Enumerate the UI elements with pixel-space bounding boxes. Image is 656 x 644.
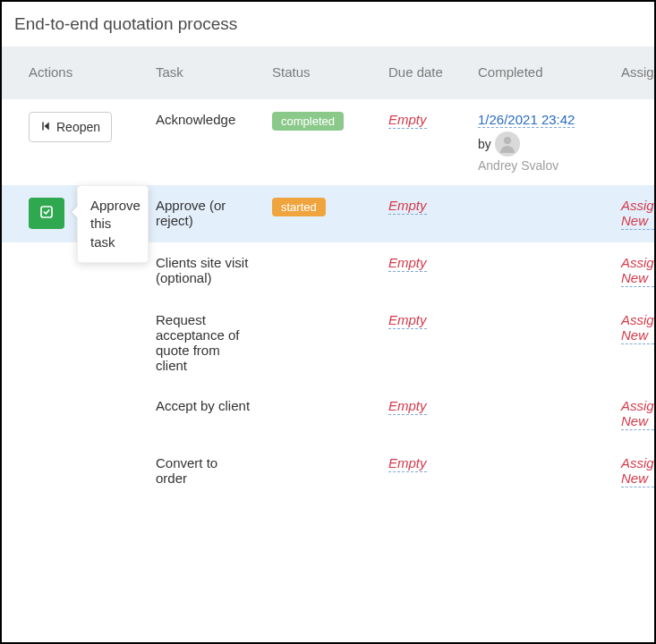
task-name: Clients site visit (optional) — [145, 242, 261, 300]
table-row: Convert to order Empty Assign New — [2, 443, 654, 500]
task-name: Accept by client — [145, 386, 261, 443]
status-badge: started — [272, 198, 326, 216]
due-date-empty[interactable]: Empty — [388, 398, 427, 415]
approve-button[interactable] — [29, 198, 64, 229]
completed-byline: by — [478, 131, 600, 157]
table-row: Accept by client Empty Assign New — [2, 386, 654, 443]
completed-date[interactable]: 1/26/2021 23:42 — [478, 112, 575, 128]
col-actions: Actions — [2, 47, 145, 99]
task-name: Approve (or reject) — [145, 185, 261, 242]
table-row: Request acceptance of quote from client … — [2, 300, 654, 386]
svg-point-0 — [504, 137, 511, 144]
col-assign: Assign — [610, 47, 654, 99]
reopen-label: Reopen — [56, 120, 100, 134]
table-row: Reopen Acknowledge completed Empty 1/26/… — [2, 99, 654, 185]
reopen-button[interactable]: Reopen — [29, 112, 112, 142]
col-status: Status — [261, 47, 378, 99]
task-name: Acknowledge — [145, 99, 261, 185]
col-task: Task — [145, 47, 261, 99]
due-date-empty[interactable]: Empty — [388, 312, 427, 329]
approve-tooltip: Approve this task — [77, 185, 149, 263]
due-date-empty[interactable]: Empty — [388, 112, 427, 129]
header-row: Actions Task Status Due date Completed A… — [2, 47, 654, 99]
task-name: Convert to order — [145, 443, 261, 500]
due-date-empty[interactable]: Empty — [388, 455, 427, 472]
table-row: Approve this task Approve (or reject) st… — [2, 185, 654, 242]
avatar — [495, 131, 520, 157]
rewind-icon — [40, 120, 51, 134]
check-square-icon — [39, 205, 54, 222]
due-date-empty[interactable]: Empty — [388, 255, 427, 272]
assign-link[interactable]: Assign New — [621, 398, 654, 430]
assign-link[interactable]: Assign New — [621, 255, 654, 287]
task-name: Request acceptance of quote from client — [145, 300, 261, 386]
completed-user: Andrey Svalov — [478, 158, 600, 173]
assign-link[interactable]: Assign New — [621, 198, 654, 230]
tasks-table: Actions Task Status Due date Completed A… — [2, 47, 654, 500]
due-date-empty[interactable]: Empty — [388, 198, 427, 215]
col-due: Due date — [378, 47, 467, 99]
table-wrap: Actions Task Status Due date Completed A… — [2, 47, 654, 500]
app-frame: End-to-end quotation process Actions Tas… — [0, 0, 656, 644]
page-title: End-to-end quotation process — [2, 11, 654, 47]
assign-link[interactable]: Assign New — [621, 312, 654, 344]
status-badge: completed — [272, 112, 344, 131]
col-completed: Completed — [467, 47, 610, 99]
assign-link[interactable]: Assign New — [621, 455, 654, 487]
by-label: by — [478, 137, 491, 151]
